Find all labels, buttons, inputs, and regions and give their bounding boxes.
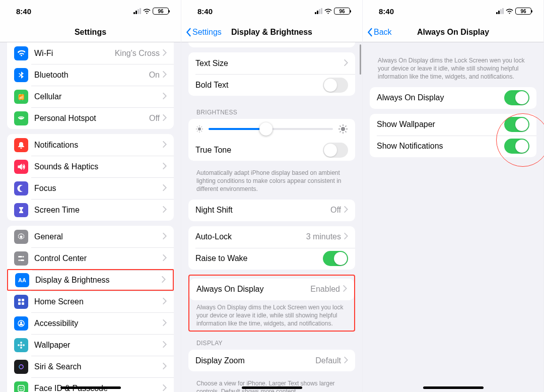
- settings-row-cellular[interactable]: 📶Cellular: [7, 86, 174, 107]
- battery-icon: 96: [334, 8, 350, 15]
- settings-row-general[interactable]: General: [7, 226, 174, 247]
- settings-row-focus[interactable]: Focus: [7, 177, 174, 199]
- battery-icon: 96: [515, 8, 531, 15]
- back-button[interactable]: Settings: [185, 28, 222, 37]
- svg-line-44: [346, 126, 347, 127]
- settings-row-sounds-haptics[interactable]: Sounds & Haptics: [7, 156, 174, 177]
- show-notifications-toggle[interactable]: [504, 139, 529, 154]
- chevron-right-icon: [343, 285, 347, 294]
- true-tone-toggle[interactable]: [323, 143, 348, 158]
- aod-master-row[interactable]: Always On Display: [370, 87, 536, 109]
- svg-point-15: [20, 344, 22, 346]
- partial-row[interactable]: [188, 40, 355, 47]
- svg-rect-9: [18, 299, 21, 301]
- settings-row-bluetooth[interactable]: BluetoothOn: [7, 64, 174, 86]
- chevron-right-icon: [163, 49, 167, 58]
- chevron-right-icon: [163, 141, 167, 150]
- status-right: 96: [496, 8, 531, 15]
- svg-point-16: [20, 342, 22, 344]
- settings-row-control-center[interactable]: Control Center: [7, 247, 174, 269]
- settings-row-wi-fi[interactable]: Wi-FiKing's Cross: [7, 42, 174, 64]
- flower-icon: [14, 338, 28, 352]
- siri-icon: [14, 360, 28, 374]
- settings-row-accessibility[interactable]: Accessibility: [7, 312, 174, 334]
- chevron-right-icon: [163, 114, 167, 123]
- svg-point-7: [19, 259, 20, 261]
- settings-row-personal-hotspot[interactable]: Personal HotspotOff: [7, 107, 174, 129]
- home-indicator[interactable]: [242, 386, 302, 389]
- svg-point-19: [23, 344, 25, 346]
- back-button[interactable]: Back: [367, 28, 392, 37]
- svg-line-33: [201, 131, 202, 132]
- hourglass-icon: [14, 203, 28, 217]
- chevron-right-icon: [344, 356, 348, 365]
- wifi-icon: [14, 46, 28, 60]
- chevron-right-icon: [344, 232, 348, 241]
- chevron-right-icon: [163, 184, 167, 193]
- svg-rect-4: [18, 256, 22, 257]
- settings-screen: 8:40 96 Settings Wi-FiKing's CrossBlueto…: [0, 0, 181, 392]
- brightness-section-header: BRIGHTNESS: [181, 101, 362, 119]
- status-bar: 8:40 96: [181, 0, 362, 22]
- status-bar: 8:40 96: [0, 0, 181, 22]
- display-section-header: DISPLAY: [181, 332, 362, 350]
- chevron-right-icon: [163, 71, 167, 80]
- raise-to-wake-row[interactable]: Raise to Wake: [188, 248, 355, 270]
- svg-rect-6: [20, 259, 24, 261]
- settings-row-siri-search[interactable]: Siri & Search: [7, 356, 174, 377]
- bold-text-toggle[interactable]: [323, 78, 348, 93]
- settings-content[interactable]: Wi-FiKing's CrossBluetoothOn📶CellularPer…: [0, 42, 181, 392]
- aod-content[interactable]: Always On Display dims the Lock Screen w…: [363, 42, 543, 392]
- nav-header: Back Always On Display: [363, 22, 543, 42]
- display-zoom-row[interactable]: Display Zoom Default: [188, 350, 355, 371]
- aod-master-toggle[interactable]: [504, 90, 529, 105]
- chevron-right-icon: [163, 319, 167, 328]
- settings-row-screen-time[interactable]: Screen Time: [7, 199, 174, 221]
- show-wallpaper-row[interactable]: Show Wallpaper: [370, 114, 536, 136]
- chevron-right-icon: [163, 92, 167, 101]
- svg-line-35: [201, 126, 202, 127]
- show-wallpaper-toggle[interactable]: [504, 117, 529, 132]
- signal-icon: [315, 9, 322, 14]
- raise-to-wake-toggle[interactable]: [323, 251, 348, 266]
- night-shift-row[interactable]: Night Shift Off: [188, 200, 355, 221]
- scrollbar-indicator[interactable]: [360, 44, 361, 75]
- svg-point-36: [341, 127, 345, 131]
- settings-row-wallpaper[interactable]: Wallpaper: [7, 334, 174, 356]
- settings-row-face-id-passcode[interactable]: Face ID & Passcode: [7, 377, 174, 392]
- svg-point-3: [20, 235, 23, 238]
- switches-icon: [14, 251, 28, 266]
- chevron-right-icon: [344, 59, 348, 68]
- svg-text:📶: 📶: [18, 94, 25, 100]
- true-tone-row[interactable]: True Tone: [188, 139, 355, 161]
- chevron-left-icon: [185, 28, 191, 37]
- sun-max-icon: [338, 124, 348, 134]
- aod-screen: 8:40 96 Back Always On Display Always On…: [363, 0, 544, 392]
- home-indicator[interactable]: [60, 386, 121, 389]
- signal-icon: [133, 9, 141, 14]
- svg-point-14: [20, 321, 22, 323]
- chevron-right-icon: [163, 206, 167, 215]
- auto-lock-row[interactable]: Auto-Lock 3 minutes: [188, 226, 355, 248]
- wifi-icon: [143, 9, 151, 14]
- settings-row-notifications[interactable]: Notifications: [7, 134, 174, 156]
- svg-point-18: [18, 344, 20, 346]
- display-content[interactable]: Text Size Bold Text BRIGHTNESS True Tone: [181, 40, 362, 392]
- text-size-row[interactable]: Text Size: [188, 52, 355, 74]
- status-time: 8:40: [16, 7, 31, 16]
- moon-icon: [14, 181, 28, 195]
- svg-line-32: [197, 126, 198, 127]
- settings-row-home-screen[interactable]: Home Screen: [7, 291, 174, 312]
- home-indicator[interactable]: [423, 386, 484, 389]
- always-on-display-row[interactable]: Always On Display Enabled: [189, 279, 354, 300]
- nav-header: Settings: [0, 22, 181, 42]
- bold-text-row[interactable]: Bold Text: [188, 74, 355, 96]
- face-icon: [14, 381, 28, 393]
- brightness-slider[interactable]: [209, 128, 333, 130]
- brightness-slider-row[interactable]: [188, 119, 355, 139]
- show-notifications-row[interactable]: Show Notifications: [370, 136, 536, 157]
- svg-point-27: [198, 127, 201, 130]
- svg-line-34: [197, 131, 198, 132]
- settings-row-display-brightness[interactable]: AADisplay & Brightness: [7, 269, 174, 291]
- wifi-icon: [324, 9, 332, 14]
